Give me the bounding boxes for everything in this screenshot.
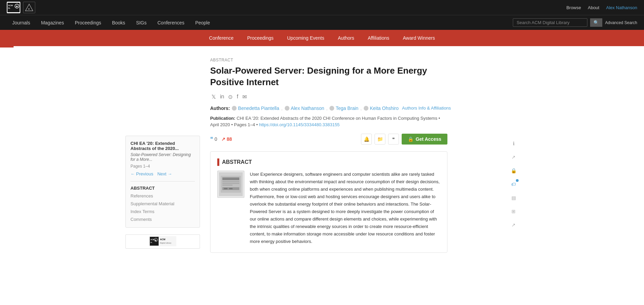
nav-books[interactable]: Books bbox=[106, 16, 130, 30]
abstract-thumbnail bbox=[217, 171, 244, 198]
sidebar-box: CHI EA '20: Extended Abstracts of the 20… bbox=[125, 136, 200, 228]
nav-conferences[interactable]: Conferences bbox=[152, 16, 190, 30]
sub-nav: Conference Proceedings Upcoming Events A… bbox=[0, 30, 644, 46]
svg-text:ACM: ACM bbox=[160, 238, 165, 241]
trending-number: 88 bbox=[227, 136, 232, 142]
main-content: ABSTRACT Solar-Powered Server: Designing… bbox=[207, 54, 502, 253]
red-bar-icon bbox=[217, 158, 219, 166]
publication-label: Publication: bbox=[210, 116, 235, 121]
subnav-conference[interactable]: Conference bbox=[202, 31, 240, 45]
svg-rect-20 bbox=[222, 183, 239, 184]
sidebar-nav-links: ← Previous Next → bbox=[130, 171, 195, 176]
sidebar-box-subtitle: Solar-Powered Server: Designing for a Mo… bbox=[130, 152, 195, 162]
share-icon[interactable]: ↗ bbox=[509, 221, 518, 229]
tag-icon[interactable]: 🏷 bbox=[509, 180, 518, 189]
right-sidebar: ℹ ↗ 🔒 🏷 ▤ ⊞ ↗ bbox=[508, 136, 519, 253]
next-link[interactable]: Next → bbox=[157, 171, 172, 176]
subnav-authors[interactable]: Authors bbox=[331, 31, 361, 45]
about-link[interactable]: About bbox=[588, 5, 599, 10]
linkedin-icon[interactable]: in bbox=[220, 94, 224, 100]
subnav-upcoming[interactable]: Upcoming Events bbox=[280, 31, 331, 45]
section-supplemental[interactable]: Supplemental Material bbox=[130, 201, 195, 207]
user-profile-link[interactable]: Alex Nathanson bbox=[606, 5, 637, 10]
subnav-proceedings[interactable]: Proceedings bbox=[240, 31, 280, 45]
section-comments[interactable]: Comments bbox=[130, 216, 195, 223]
citations-number: 0 bbox=[215, 136, 217, 142]
nav-magazines[interactable]: Magazines bbox=[36, 16, 69, 30]
badge-dot bbox=[516, 179, 519, 182]
author-benedetta[interactable]: Benedetta Piantella bbox=[232, 106, 279, 111]
search-button[interactable]: 🔍 bbox=[590, 18, 602, 27]
info-icon[interactable]: ℹ bbox=[509, 139, 518, 148]
top-bar-links: Browse About Alex Nathanson bbox=[566, 5, 637, 10]
lock-right-icon[interactable]: 🔒 bbox=[509, 166, 518, 175]
main-nav: Journals Magazines Proceedings Books SIG… bbox=[0, 15, 644, 30]
nav-sigs[interactable]: SIGs bbox=[130, 16, 152, 30]
acm-logo: ◆ bbox=[23, 2, 35, 13]
abstract-content: User Experience designers, software engi… bbox=[217, 171, 440, 246]
metrics-row: ❝ 0 ↗ 88 🔔 📁 ❝ 🔒 Get Access bbox=[210, 134, 447, 145]
cite-button[interactable]: ❝ bbox=[388, 134, 399, 145]
svg-text:DL: DL bbox=[150, 242, 153, 243]
prev-link[interactable]: ← Previous bbox=[130, 171, 153, 176]
abstract-section-label: ABSTRACT bbox=[222, 159, 252, 165]
accent-bar bbox=[0, 46, 14, 47]
subnav-affiliations[interactable]: Affiliations bbox=[361, 31, 396, 45]
author-alex[interactable]: Alex Nathanson bbox=[285, 106, 324, 111]
publication-date: April 2020 bbox=[210, 122, 230, 127]
nav-proceedings[interactable]: Proceedings bbox=[69, 16, 107, 30]
metrics-left: ❝ 0 ↗ 88 bbox=[210, 136, 232, 142]
advanced-search-link[interactable]: Advanced Search bbox=[605, 20, 637, 25]
email-icon[interactable]: ✉ bbox=[242, 94, 247, 100]
main-nav-items: Journals Magazines Proceedings Books SIG… bbox=[7, 16, 215, 30]
page-layout: CHI EA '20: Extended Abstracts of the 20… bbox=[119, 47, 525, 260]
svg-text:Digital Library: Digital Library bbox=[160, 242, 172, 244]
grid-icon[interactable]: ⊞ bbox=[509, 207, 518, 216]
svg-rect-23 bbox=[224, 188, 227, 189]
twitter-icon[interactable]: 𝕏 bbox=[212, 94, 216, 100]
sidebar-box-title: CHI EA '20: Extended Abstracts of the 20… bbox=[130, 141, 195, 151]
abstract-label: ABSTRACT bbox=[210, 58, 498, 62]
svg-rect-18 bbox=[222, 177, 239, 180]
browse-link[interactable]: Browse bbox=[566, 5, 581, 10]
search-bar: 🔍 Advanced Search bbox=[513, 18, 637, 27]
trending-count: ↗ 88 bbox=[221, 136, 232, 142]
author-tega[interactable]: Tega Brain bbox=[329, 106, 358, 111]
trending-right-icon[interactable]: ↗ bbox=[509, 153, 518, 161]
nav-journals[interactable]: Journals bbox=[7, 16, 36, 30]
sidebar-sections: ABSTRACT References Supplemental Materia… bbox=[130, 181, 195, 223]
section-index[interactable]: Index Terms bbox=[130, 208, 195, 215]
reddit-icon[interactable]: ⊙ bbox=[228, 94, 233, 100]
sidebar-logo: ACM DL ◆ ACM Digital Library bbox=[125, 234, 200, 249]
sidebar: CHI EA '20: Extended Abstracts of the 20… bbox=[125, 136, 200, 253]
paper-title: Solar-Powered Server: Designing for a Mo… bbox=[210, 65, 447, 88]
subnav-award-winners[interactable]: Award Winners bbox=[396, 31, 442, 45]
search-input[interactable] bbox=[513, 18, 587, 27]
authors-line: Authors: Benedetta Piantella, Alex Natha… bbox=[210, 106, 498, 111]
quote-icon: ❝ bbox=[210, 136, 213, 142]
social-icons: 𝕏 in ⊙ f ✉ bbox=[210, 94, 498, 100]
bell-button[interactable]: 🔔 bbox=[361, 134, 372, 145]
facebook-icon[interactable]: f bbox=[237, 94, 238, 100]
svg-text:◆: ◆ bbox=[16, 5, 18, 7]
abstract-text: User Experience designers, software engi… bbox=[250, 171, 440, 246]
save-button[interactable]: 📁 bbox=[375, 134, 385, 145]
nav-people[interactable]: People bbox=[190, 16, 216, 30]
svg-rect-19 bbox=[222, 181, 239, 182]
author-keita[interactable]: Keita Ohshiro bbox=[364, 106, 399, 111]
grid-small-icon[interactable]: ▤ bbox=[509, 193, 518, 202]
authors-info-link[interactable]: Authors Info & Affiliations bbox=[402, 106, 451, 111]
sidebar-pages: Pages 1–4 bbox=[130, 164, 195, 169]
section-abstract[interactable]: ABSTRACT bbox=[130, 185, 195, 191]
svg-text:ACM: ACM bbox=[8, 4, 13, 6]
publication-doi[interactable]: https://doi.org/10.1145/3334480.3383155 bbox=[259, 122, 340, 127]
svg-text:◆: ◆ bbox=[155, 239, 157, 241]
authors-label: Authors: bbox=[210, 106, 230, 111]
section-references[interactable]: References bbox=[130, 193, 195, 199]
svg-rect-9 bbox=[150, 237, 159, 246]
get-access-button[interactable]: 🔒 Get Access bbox=[402, 134, 447, 145]
acm-dl-logo: ACM DL ◆ ◆ bbox=[7, 2, 35, 13]
acm-dl-logo-small: ACM DL ◆ ACM Digital Library bbox=[125, 234, 200, 249]
top-bar: ACM DL ◆ ◆ Browse About Alex Nathanson bbox=[0, 0, 644, 15]
publication-pages: Pages 1–4 bbox=[234, 122, 255, 127]
